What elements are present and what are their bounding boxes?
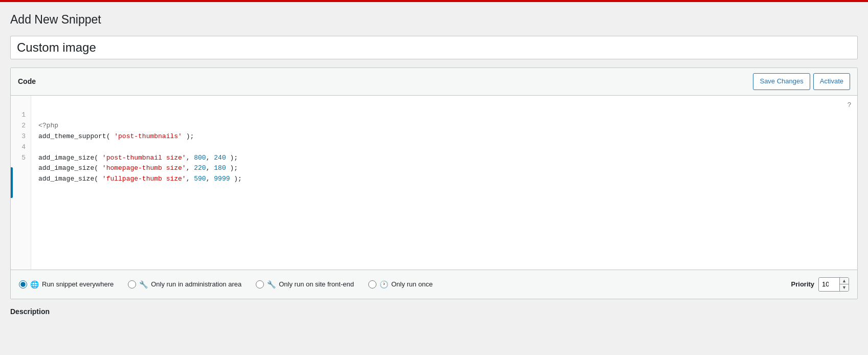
code-section-label: Code <box>18 77 36 85</box>
code-line-1: add_theme_support( 'post-thumbnails' ); <box>38 131 850 142</box>
line-num-1: 1 <box>18 110 26 121</box>
code-header: Code Save Changes Activate <box>11 68 857 96</box>
priority-down-button[interactable]: ▼ <box>840 284 849 291</box>
code-section: Code Save Changes Activate 1 2 3 4 5 <?p… <box>10 68 858 299</box>
top-bar <box>0 0 868 2</box>
radio-everywhere[interactable] <box>19 280 27 289</box>
editor-container: 1 2 3 4 5 <?phpadd_theme_support( 'post-… <box>11 96 857 270</box>
radio-frontend[interactable] <box>256 280 264 289</box>
wrench-icon-admin: 🔧 <box>139 280 148 289</box>
left-accent-bar <box>11 167 13 198</box>
option-admin-label: Only run in administration area <box>151 280 241 288</box>
code-line-2 <box>38 142 850 153</box>
code-editor[interactable]: 1 2 3 4 5 <?phpadd_theme_support( 'post-… <box>11 96 857 270</box>
option-once-label: Only run once <box>391 280 433 288</box>
line-num-2: 2 <box>18 121 26 131</box>
option-once[interactable]: 🕐 Only run once <box>368 280 433 289</box>
globe-icon: 🌐 <box>30 280 39 289</box>
line-num-3: 3 <box>18 131 26 142</box>
code-line-4: add_image_size( 'homepage-thumb size', 2… <box>38 163 850 174</box>
description-section: Description <box>10 299 858 316</box>
line-num-4: 4 <box>18 142 26 153</box>
priority-number-input[interactable] <box>819 278 839 290</box>
option-frontend[interactable]: 🔧 Only run on site front-end <box>256 280 354 289</box>
code-line-3: add_image_size( 'post-thumbnail size', 8… <box>38 153 850 164</box>
button-group: Save Changes Activate <box>753 73 850 90</box>
page-container: Add New Snippet Code Save Changes Activa… <box>0 2 868 328</box>
code-line-5: add_image_size( 'fullpage-thumb size', 5… <box>38 174 850 185</box>
option-admin[interactable]: 🔧 Only run in administration area <box>128 280 241 289</box>
priority-up-button[interactable]: ▲ <box>840 278 849 284</box>
line-numbers: 1 2 3 4 5 <box>11 96 31 270</box>
code-content: <?phpadd_theme_support( 'post-thumbnails… <box>31 96 857 270</box>
page-title: Add New Snippet <box>10 12 858 28</box>
help-icon: ? <box>848 101 851 108</box>
priority-arrows: ▲ ▼ <box>839 278 849 292</box>
radio-once[interactable] <box>368 280 376 289</box>
priority-input-wrapper: ▲ ▼ <box>818 277 849 292</box>
activate-button[interactable]: Activate <box>813 73 850 90</box>
wrench-icon-frontend: 🔧 <box>267 280 276 289</box>
line-num-5: 5 <box>18 153 26 164</box>
priority-section: Priority ▲ ▼ <box>791 277 849 292</box>
radio-admin[interactable] <box>128 280 136 289</box>
option-everywhere[interactable]: 🌐 Run snippet everywhere <box>19 280 114 289</box>
save-changes-button[interactable]: Save Changes <box>753 73 810 90</box>
option-frontend-label: Only run on site front-end <box>279 280 354 288</box>
snippet-name-input[interactable] <box>10 36 858 59</box>
description-title: Description <box>10 307 858 316</box>
option-everywhere-label: Run snippet everywhere <box>42 280 114 288</box>
code-line-php: <?php <box>38 121 850 131</box>
options-bar: 🌐 Run snippet everywhere 🔧 Only run in a… <box>11 270 857 299</box>
priority-label: Priority <box>791 280 815 288</box>
clock-icon: 🕐 <box>380 280 388 289</box>
line-num-php <box>18 100 26 110</box>
